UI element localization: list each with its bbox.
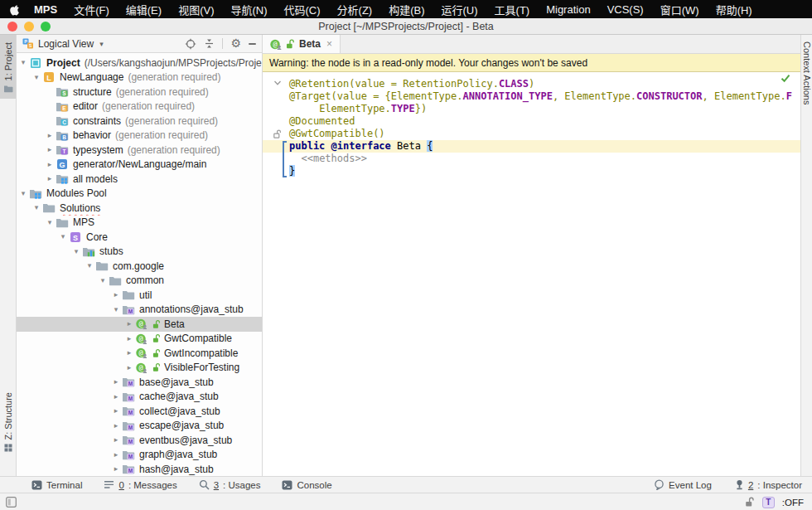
tree-item-newlanguage[interactable]: ▾LNewLanguage(generation required): [17, 70, 262, 85]
inspection-ok-icon[interactable]: [781, 74, 790, 83]
expand-arrow-icon[interactable]: ▸: [124, 361, 134, 375]
scroll-to-source-button[interactable]: [185, 38, 196, 50]
tool-window-button-event-log[interactable]: Event Log: [654, 479, 712, 490]
menu-item-mps[interactable]: MPS: [26, 3, 65, 16]
tool-window-tab-structure[interactable]: Z: Structure: [0, 385, 16, 458]
menu-item-help[interactable]: 帮助(H): [708, 2, 761, 17]
code-line[interactable]: <<methods>>: [263, 153, 800, 165]
tool-window-button-inspector[interactable]: 2: Inspector: [735, 479, 802, 490]
tool-window-tab-project[interactable]: 1: Project: [0, 35, 16, 99]
expand-arrow-icon[interactable]: ▸: [124, 346, 134, 360]
expand-arrow-icon[interactable]: ▸: [45, 143, 55, 157]
tree-item-graph-java-stub[interactable]: ▸Mgraph@java_stub: [17, 448, 262, 463]
code-editor[interactable]: @Retention(value = RetentionPolicy.CLASS…: [263, 72, 800, 476]
gear-icon[interactable]: ⚙: [230, 38, 241, 49]
tool-window-tab-context-actions[interactable]: Context Actions: [802, 41, 812, 104]
tree-item-collect-java-stub[interactable]: ▸Mcollect@java_stub: [17, 404, 262, 419]
tree-item-project[interactable]: ▾Project(/Users/kangshaojun/MPSProjects/…: [17, 56, 262, 70]
expand-arrow-icon[interactable]: ▸: [45, 172, 55, 186]
expand-arrow-icon[interactable]: ▸: [45, 158, 55, 172]
collapse-arrow-icon[interactable]: ▾: [111, 303, 121, 317]
tree-item-editor[interactable]: Eeditor(generation required): [17, 100, 262, 114]
close-window-button[interactable]: [7, 22, 17, 32]
expand-arrow-icon[interactable]: ▸: [111, 419, 121, 433]
menu-item-run[interactable]: 运行(U): [433, 2, 486, 17]
code-line[interactable]: @Retention(value = RetentionPolicy.CLASS…: [263, 78, 800, 90]
menu-item-navigate[interactable]: 导航(N): [222, 2, 275, 17]
minimize-window-button[interactable]: [24, 22, 34, 32]
code-line[interactable]: @GwtCompatible(): [263, 128, 800, 140]
code-line[interactable]: }: [263, 165, 800, 177]
code-line[interactable]: public @interface Beta {: [263, 140, 800, 153]
menu-item-view[interactable]: 视图(V): [170, 2, 222, 17]
fold-marker-icon[interactable]: [273, 80, 282, 86]
code-line[interactable]: ElementType.TYPE}): [263, 103, 800, 115]
tree-item-all-models[interactable]: ▸all models: [17, 172, 262, 187]
menu-item-migration[interactable]: Migration: [538, 3, 598, 16]
collapse-arrow-icon[interactable]: ▾: [71, 245, 81, 259]
tree-item-modules-pool[interactable]: ▾Modules Pool: [17, 187, 262, 202]
tree-item-gwtcompatible[interactable]: ▸@GwtCompatible: [17, 332, 262, 347]
tree-item-common[interactable]: ▾common: [17, 274, 262, 289]
tree-item-com-google[interactable]: ▾com.google: [17, 259, 262, 274]
collapse-arrow-icon[interactable]: ▾: [18, 187, 28, 201]
tree-item-stubs[interactable]: ▾stubs: [17, 245, 262, 260]
tree-item-constraints[interactable]: Cconstraints(generation required): [17, 114, 262, 129]
t-mode-badge[interactable]: T: [762, 497, 775, 508]
collapse-arrow-icon[interactable]: ▾: [31, 70, 41, 85]
lock-open-icon[interactable]: [745, 497, 755, 508]
expand-arrow-icon[interactable]: ▸: [111, 390, 121, 404]
tree-item-annotations-java-stub[interactable]: ▾Mannotations@java_stub: [17, 303, 262, 318]
menu-item-window[interactable]: 窗口(W): [652, 2, 708, 17]
tree-item-cache-java-stub[interactable]: ▸Mcache@java_stub: [17, 390, 262, 405]
tree-item-generator-newlanguage-main[interactable]: ▸Ggenerator/NewLanguage/main: [17, 158, 262, 172]
tool-window-switcher-icon[interactable]: [6, 497, 17, 508]
collapse-arrow-icon[interactable]: ▾: [18, 56, 28, 70]
menu-item-vcs[interactable]: VCS(S): [599, 3, 652, 16]
collapse-arrow-icon[interactable]: ▾: [58, 230, 68, 244]
tree-item-solutions[interactable]: ▾Solutions: [17, 201, 262, 216]
expand-arrow-icon[interactable]: ▸: [111, 288, 121, 302]
tool-window-button-console[interactable]: Console: [282, 480, 331, 490]
code-line[interactable]: @Target(value = {ElementType.ANNOTATION_…: [263, 90, 800, 103]
expand-arrow-icon[interactable]: ▸: [45, 129, 55, 143]
editor-tab-beta[interactable]: @ Beta ×: [263, 35, 341, 53]
menu-item-tools[interactable]: 工具(T): [486, 2, 539, 17]
code-line[interactable]: @Documented: [263, 115, 800, 128]
expand-arrow-icon[interactable]: ▸: [124, 332, 134, 346]
t-mode-state[interactable]: :OFF: [782, 498, 804, 508]
menu-item-edit[interactable]: 编辑(E): [118, 2, 170, 17]
collapse-all-button[interactable]: [204, 38, 215, 49]
chevron-down-icon[interactable]: ▾: [99, 40, 104, 48]
tree-item-hash-java-stub[interactable]: ▸Mhash@java_stub: [17, 462, 262, 476]
menu-item-code[interactable]: 代码(C): [276, 2, 329, 17]
tree-item-typesystem[interactable]: ▸Ttypesystem(generation required): [17, 143, 262, 158]
tree-item-core[interactable]: ▾SCore: [17, 230, 262, 245]
tree-item-base-java-stub[interactable]: ▸Mbase@java_stub: [17, 375, 262, 390]
expand-arrow-icon[interactable]: ▸: [111, 404, 121, 418]
view-selector[interactable]: Logical View: [38, 38, 94, 50]
apple-icon[interactable]: [10, 3, 21, 16]
tree-item-visiblefortesting[interactable]: ▸@VisibleForTesting: [17, 361, 262, 376]
menu-item-build[interactable]: 构建(B): [380, 2, 433, 17]
tool-window-button-messages[interactable]: 0: Messages: [104, 480, 176, 490]
zoom-window-button[interactable]: [41, 22, 51, 32]
tool-window-button-usages[interactable]: 3: Usages: [199, 479, 261, 490]
tree-item-behavior[interactable]: ▸Bbehavior(generation required): [17, 129, 262, 143]
hide-panel-button[interactable]: [249, 43, 256, 45]
tree-item-mps[interactable]: ▾MPS: [17, 216, 262, 231]
collapse-arrow-icon[interactable]: ▾: [98, 274, 108, 288]
tree-item-beta[interactable]: ▸@Beta: [17, 317, 262, 332]
expand-arrow-icon[interactable]: ▸: [124, 317, 134, 331]
expand-arrow-icon[interactable]: ▸: [111, 375, 121, 389]
tree-item-structure[interactable]: Sstructure(generation required): [17, 85, 262, 100]
collapse-arrow-icon[interactable]: ▾: [31, 201, 41, 215]
expand-arrow-icon[interactable]: ▸: [111, 462, 121, 476]
tool-window-button-terminal[interactable]: Terminal: [31, 480, 82, 490]
tree-item-gwtincompatible[interactable]: ▸@GwtIncompatible: [17, 346, 262, 361]
tree-item-util[interactable]: ▸util: [17, 288, 262, 303]
collapse-arrow-icon[interactable]: ▾: [45, 216, 55, 230]
menu-item-analyze[interactable]: 分析(Z): [329, 2, 381, 17]
expand-arrow-icon[interactable]: ▸: [111, 433, 121, 447]
expand-arrow-icon[interactable]: ▸: [111, 448, 121, 462]
